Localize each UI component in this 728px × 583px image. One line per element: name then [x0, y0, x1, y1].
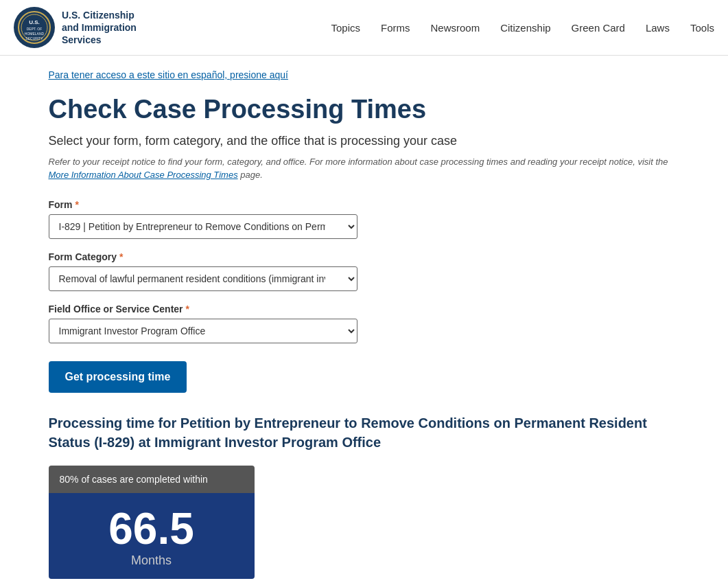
category-select[interactable]: Removal of lawful permanent resident con… [49, 266, 357, 291]
form-label: Form * [49, 199, 680, 210]
card-body: 66.5 Months [49, 493, 255, 579]
nav-newsroom[interactable]: Newsroom [431, 22, 480, 34]
card-number: 66.5 [60, 507, 244, 551]
nav-topics[interactable]: Topics [331, 22, 360, 34]
svg-text:U.S.: U.S. [29, 19, 40, 25]
office-select[interactable]: Immigrant Investor Program Office [49, 319, 357, 343]
logo-text: U.S. Citizenship and Immigration Service… [62, 9, 137, 47]
site-header: U.S. DEPT. OF HOMELAND SECURITY U.S. Cit… [0, 0, 728, 56]
nav-citizenship[interactable]: Citizenship [500, 22, 550, 34]
office-required-indicator: * [185, 304, 189, 315]
card-unit: Months [60, 553, 244, 568]
results-title: Processing time for Petition by Entrepre… [49, 413, 680, 452]
svg-text:DEPT. OF: DEPT. OF [27, 27, 43, 31]
nav-forms[interactable]: Forms [381, 22, 410, 34]
category-label: Form Category * [49, 251, 680, 262]
form-group-category: Form Category * Removal of lawful perman… [49, 251, 680, 291]
nav-green-card[interactable]: Green Card [572, 22, 625, 34]
svg-text:HOMELAND: HOMELAND [25, 32, 45, 36]
office-label: Field Office or Service Center * [49, 304, 680, 315]
page-subtitle: Select your form, form category, and the… [49, 134, 680, 148]
page-title: Check Case Processing Times [49, 94, 680, 126]
svg-text:SECURITY: SECURITY [25, 36, 43, 41]
logo-area: U.S. DEPT. OF HOMELAND SECURITY U.S. Cit… [14, 7, 137, 48]
nav-laws[interactable]: Laws [646, 22, 670, 34]
logo-icon: U.S. DEPT. OF HOMELAND SECURITY [14, 7, 55, 48]
form-required-indicator: * [75, 199, 78, 210]
more-info-link[interactable]: More Information About Case Processing T… [49, 170, 238, 180]
processing-card: 80% of cases are completed within 66.5 M… [49, 466, 255, 579]
spanish-link[interactable]: Para tener acceso a este sitio en españo… [49, 69, 680, 80]
card-header: 80% of cases are completed within [49, 466, 255, 493]
form-group-office: Field Office or Service Center * Immigra… [49, 304, 680, 343]
category-required-indicator: * [119, 251, 123, 262]
form-select[interactable]: I-829 | Petition by Entrepreneur to Remo… [49, 214, 357, 239]
nav-tools[interactable]: Tools [690, 22, 714, 34]
form-group-form: Form * I-829 | Petition by Entrepreneur … [49, 199, 680, 239]
main-nav: Topics Forms Newsroom Citizenship Green … [331, 22, 714, 34]
page-description: Refer to your receipt notice to find you… [49, 155, 680, 182]
main-content: Para tener acceso a este sitio en españo… [21, 56, 707, 583]
get-processing-time-button[interactable]: Get processing time [49, 361, 187, 393]
